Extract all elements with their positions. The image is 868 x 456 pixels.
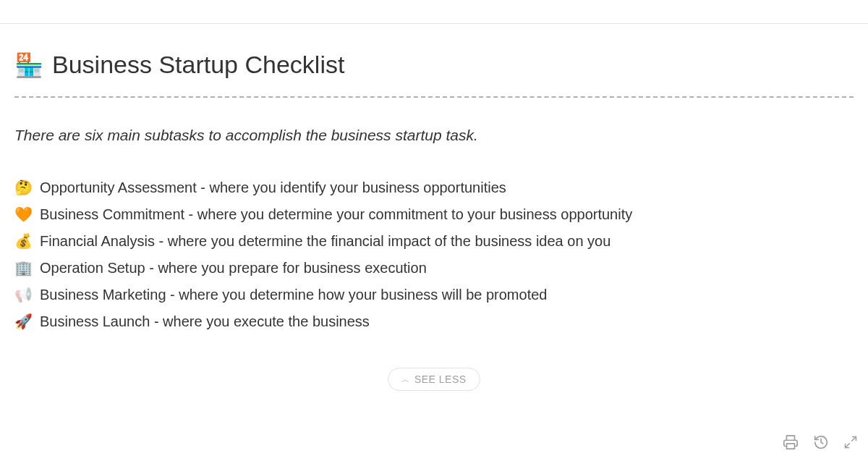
list-item-text: Business Marketing - where you determine… xyxy=(40,287,547,303)
list-item: 💰 Financial Analysis - where you determi… xyxy=(14,232,854,250)
subtitle-text: There are six main subtasks to accomplis… xyxy=(14,127,854,144)
svg-line-1 xyxy=(852,437,856,442)
main-content: 🏪 Business Startup Checklist There are s… xyxy=(0,0,868,405)
list-item: 🤔 Opportunity Assessment - where you ide… xyxy=(14,179,854,196)
see-less-wrapper: ︿ SEE LESS xyxy=(14,368,854,391)
list-item: 🧡 Business Commitment - where you determ… xyxy=(14,206,854,223)
print-icon[interactable] xyxy=(783,434,799,450)
list-item-text: Financial Analysis - where you determine… xyxy=(40,233,610,250)
money-bag-icon: 💰 xyxy=(14,232,33,250)
dashed-divider xyxy=(14,96,854,98)
list-item-text: Opportunity Assessment - where you ident… xyxy=(40,180,506,196)
heart-icon: 🧡 xyxy=(14,206,33,223)
thinking-face-icon: 🤔 xyxy=(14,179,33,196)
chevron-up-icon: ︿ xyxy=(401,374,410,385)
list-item: 🚀 Business Launch - where you execute th… xyxy=(14,313,854,330)
list-item: 🏢 Operation Setup - where you prepare fo… xyxy=(14,259,854,276)
list-item: 📢 Business Marketing - where you determi… xyxy=(14,286,854,303)
list-item-text: Operation Setup - where you prepare for … xyxy=(40,260,427,276)
office-building-icon: 🏢 xyxy=(14,259,33,276)
list-item-text: Business Commitment - where you determin… xyxy=(40,206,632,223)
title-row: 🏪 Business Startup Checklist xyxy=(14,51,854,79)
see-less-button[interactable]: ︿ SEE LESS xyxy=(388,368,480,391)
history-icon[interactable] xyxy=(813,434,829,450)
loudspeaker-icon: 📢 xyxy=(14,286,33,303)
list-item-text: Business Launch - where you execute the … xyxy=(40,313,370,330)
checklist: 🤔 Opportunity Assessment - where you ide… xyxy=(14,179,854,330)
top-border xyxy=(0,23,868,24)
svg-rect-0 xyxy=(787,444,795,449)
expand-icon[interactable] xyxy=(843,435,858,449)
bottom-icon-bar xyxy=(783,434,858,450)
rocket-icon: 🚀 xyxy=(14,313,33,330)
convenience-store-icon: 🏪 xyxy=(14,54,43,77)
see-less-label: SEE LESS xyxy=(414,373,467,385)
svg-line-2 xyxy=(846,444,850,448)
page-title: Business Startup Checklist xyxy=(52,51,344,79)
